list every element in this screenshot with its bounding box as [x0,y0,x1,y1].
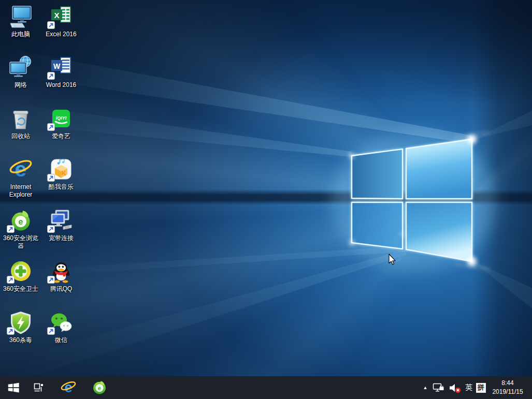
internet-explorer-icon: e [8,157,33,182]
desktop-icon-label: Word 2016 [41,81,81,89]
desktop-icon-wechat[interactable]: 微信 [41,310,81,344]
kuwo-letter: K [61,169,66,177]
this-pc-icon [8,4,33,29]
desktop-icon-word-2016[interactable]: W Word 2016 [41,55,81,89]
desktop-icon-label: 360安全卫士 [1,285,40,293]
windows-logo-icon [7,380,20,395]
taskbar-internet-explorer-button[interactable]: e [54,376,83,399]
desktop-icon-label: 360安全浏览器 [1,234,40,249]
desktop-icon-360-secure-browser[interactable]: e 360安全浏览器 [1,208,40,249]
shortcut-arrow-icon [7,225,15,233]
desktop-icon-label: 宽带连接 [41,234,81,242]
desktop-icon-label: 360杀毒 [1,336,40,344]
shortcut-arrow-icon [47,327,55,335]
360-browser-letter: e [19,217,23,226]
desktop-icon-label: 腾讯QQ [41,285,81,293]
clock-date: 2019/11/15 [490,388,526,396]
clock-time: 8:44 [490,379,526,388]
shortcut-arrow-icon [47,174,55,182]
task-view-icon [32,381,45,394]
desktop: 此电脑 X Excel 2016 [0,0,532,399]
desktop-icon-label: 回收站 [1,132,40,140]
shortcut-arrow-icon [47,21,55,29]
desktop-icon-internet-explorer[interactable]: e Internet Explorer [1,157,40,198]
desktop-icon-network[interactable]: 网络 [1,55,40,89]
tray-clock[interactable]: 8:44 2019/11/15 [490,379,526,396]
desktop-icon-label: Internet Explorer [1,183,40,198]
svg-text:e: e [98,385,101,391]
360-browser-icon: e [92,380,107,395]
shortcut-arrow-icon [47,123,55,131]
shortcut-arrow-icon [47,225,55,233]
word-letter: W [53,62,61,70]
shortcut-arrow-icon [47,276,55,284]
recycle-bin-icon [8,106,33,131]
task-view-button[interactable] [27,376,50,399]
taskbar: e e ▲ [0,376,532,399]
desktop-icon-label: 酷我音乐 [41,183,81,191]
ime-language-indicator[interactable]: 英 [465,383,472,392]
desktop-icon-label: 爱奇艺 [41,132,81,140]
desktop-icon-tencent-qq[interactable]: 腾讯QQ [41,259,81,293]
desktop-icon-label: 微信 [41,336,81,344]
desktop-icon-label: 网络 [1,81,40,89]
desktop-icon-recycle-bin[interactable]: 回收站 [1,106,40,140]
desktop-icon-label: Excel 2016 [41,31,81,38]
shortcut-arrow-icon [47,72,55,80]
iqiyi-wordmark: iQIYI [56,115,67,121]
ime-mode-indicator[interactable]: 拼 [476,383,486,393]
volume-muted-tray-icon[interactable] [449,382,462,393]
desktop-icon-label: 此电脑 [1,31,40,38]
shortcut-arrow-icon [7,276,15,284]
desktop-icon-broadband-connection[interactable]: 宽带连接 [41,208,81,242]
shortcut-arrow-icon [7,327,15,335]
network-tray-icon[interactable] [433,382,445,393]
desktop-icon-iqiyi[interactable]: iQIYI 爱奇艺 [41,106,81,140]
start-button[interactable] [0,376,27,399]
desktop-icon-kuwo-music[interactable]: K 酷我音乐 [41,157,81,191]
desktop-icon-this-pc[interactable]: 此电脑 [1,4,40,38]
taskbar-360-browser-button[interactable]: e [85,376,114,399]
excel-letter: X [54,11,59,20]
network-icon [8,55,33,80]
tray-overflow-button[interactable]: ▲ [422,385,429,390]
desktop-icon-360-safeguard[interactable]: 360安全卫士 [1,259,40,293]
desktop-icon-360-antivirus[interactable]: 360杀毒 [1,310,40,344]
internet-explorer-icon: e [60,379,77,396]
desktop-icon-excel-2016[interactable]: X Excel 2016 [41,4,81,38]
system-tray: ▲ 英 拼 8:44 2019/11/15 [422,376,532,399]
